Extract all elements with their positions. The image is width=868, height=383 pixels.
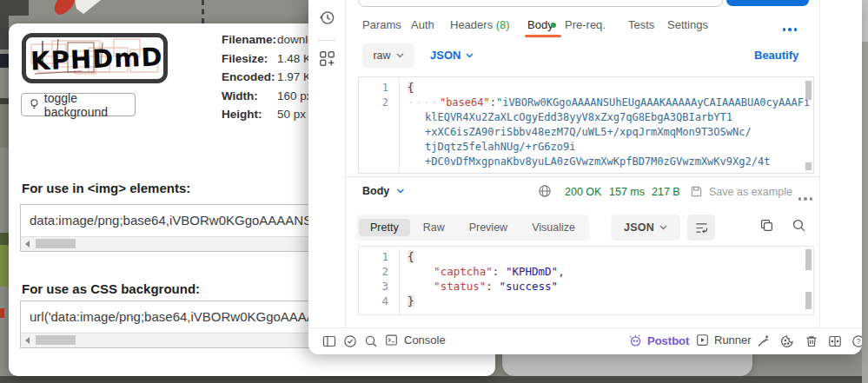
request-body-editor[interactable]: 1{ 2····"base64":"iVBORw0KGgoAAAANSUhEUg… <box>358 76 814 174</box>
toggle-background-button[interactable]: toggle background <box>21 93 136 116</box>
postman-left-rail <box>308 0 346 327</box>
tab-body[interactable]: Body <box>527 15 553 36</box>
tab-settings[interactable]: Settings <box>667 15 708 36</box>
gutter-divider <box>399 247 400 314</box>
scrollbar-thumb[interactable] <box>36 239 76 248</box>
trash-icon[interactable] <box>805 334 818 348</box>
postbot-button[interactable]: Postbot <box>628 333 689 347</box>
response-size[interactable]: 217 B <box>652 186 680 198</box>
page-scrollbar-thumb[interactable] <box>862 42 868 383</box>
screenshot-root: KPHDmD toggle background Filename:downlo… <box>0 0 868 383</box>
lightbulb-icon <box>30 98 39 111</box>
response-status[interactable]: 200 OK <box>565 186 601 198</box>
network-globe-icon[interactable] <box>538 184 552 198</box>
background-bottom-band <box>0 376 868 383</box>
chevron-down-icon <box>396 188 405 194</box>
copy-icon[interactable] <box>759 218 774 233</box>
tab-visualize[interactable]: Visualize <box>520 219 586 236</box>
cookies-icon[interactable] <box>780 334 794 348</box>
history-icon[interactable] <box>319 10 335 26</box>
response-view-tabs: Pretty Raw Preview Visualize <box>356 215 589 241</box>
language-dropdown[interactable]: JSON <box>430 49 474 62</box>
background-page-sliver <box>0 98 9 104</box>
request-response-divider <box>346 176 819 177</box>
tab-auth[interactable]: Auth <box>411 15 434 36</box>
tab-params[interactable]: Params <box>362 15 401 36</box>
background-page-sliver <box>0 233 9 245</box>
tab-raw[interactable]: Raw <box>412 219 456 236</box>
captcha-text: KPHDmD <box>30 42 162 76</box>
gutter-divider <box>399 77 400 173</box>
headers-count-badge: (8) <box>496 18 510 31</box>
background-photo-fragment <box>50 0 108 19</box>
chevron-down-icon <box>396 53 404 58</box>
tab-preview[interactable]: Preview <box>458 219 519 236</box>
console-button[interactable]: Console <box>385 333 446 347</box>
response-more-options-icon[interactable] <box>797 190 814 206</box>
chevron-down-icon <box>466 53 474 58</box>
capture-requests-icon[interactable] <box>756 334 770 348</box>
meta-label: Filesize: <box>222 53 277 66</box>
chevron-down-icon <box>659 225 667 230</box>
response-language-dropdown[interactable]: JSON <box>611 215 680 241</box>
help-icon[interactable]: ? <box>851 334 862 348</box>
tab-pre-request[interactable]: Pre-req. <box>565 15 606 36</box>
request-more-options-icon[interactable] <box>781 21 798 36</box>
background-page-sliver <box>0 245 9 287</box>
background-page-sliver <box>0 104 9 148</box>
runner-button[interactable]: Runner <box>696 333 752 347</box>
scroll-left-arrow-icon[interactable] <box>25 337 30 344</box>
captcha-image: KPHDmD <box>22 33 168 83</box>
send-button[interactable] <box>726 0 809 6</box>
tab-tests[interactable]: Tests <box>628 15 654 36</box>
background-page-sliver <box>0 308 4 318</box>
active-tab-underline <box>525 35 561 37</box>
response-view-dropdown[interactable]: Body <box>362 185 405 197</box>
sidebar-toggle-icon[interactable] <box>322 334 336 348</box>
meta-label: Height: <box>222 109 277 122</box>
tab-pretty[interactable]: Pretty <box>359 219 410 236</box>
editor-scrollbar-thumb[interactable] <box>805 292 812 309</box>
response-time[interactable]: 157 ms <box>609 186 645 198</box>
context-rail-divider <box>819 0 820 327</box>
search-response-icon[interactable] <box>792 218 806 233</box>
background-dashed-line <box>202 0 204 23</box>
svg-text:?: ? <box>857 337 861 346</box>
background-dark-strip <box>0 0 9 50</box>
background-page-sliver <box>0 54 9 68</box>
image-metadata: Filename:downlo Filesize:1.48 K Encoded:… <box>222 34 315 122</box>
toggle-background-label: toggle background <box>44 91 135 119</box>
css-usage-heading: For use as CSS background: <box>22 281 200 296</box>
postman-window: Params Auth Headers (8) Body Pre-req. Te… <box>308 0 862 354</box>
meta-label: Filename: <box>222 34 277 47</box>
response-body-editor[interactable]: 1{ 2 "captcha": "KPHDmD", 3 "status": "s… <box>358 246 814 315</box>
img-usage-heading: For use in <img> elements: <box>22 181 190 195</box>
search-footer-icon[interactable] <box>364 334 378 348</box>
split-pane-icon[interactable] <box>828 334 842 348</box>
postbot-icon <box>628 333 642 347</box>
tab-headers[interactable]: Headers (8) <box>450 15 510 36</box>
meta-label: Encoded: <box>222 71 277 84</box>
grid-add-icon[interactable] <box>319 50 335 67</box>
body-modified-dot <box>551 23 556 28</box>
save-icon <box>690 185 703 198</box>
url-input[interactable] <box>358 0 723 7</box>
rail-divider <box>317 40 336 41</box>
save-as-example-button[interactable]: Save as example <box>690 185 792 198</box>
check-circle-icon[interactable] <box>343 334 357 348</box>
console-icon <box>385 333 398 347</box>
runner-icon <box>696 333 709 347</box>
scroll-left-arrow-icon[interactable] <box>25 241 30 248</box>
wrap-text-icon <box>695 222 708 234</box>
meta-label: Width: <box>222 90 277 103</box>
scrollbar-thumb[interactable] <box>36 335 76 345</box>
editor-scrollbar-end[interactable] <box>805 162 812 170</box>
body-mode-dropdown[interactable]: raw <box>362 43 414 68</box>
editor-scrollbar-thumb[interactable] <box>805 81 812 100</box>
beautify-link[interactable]: Beautify <box>754 49 798 62</box>
editor-scrollbar-thumb[interactable] <box>805 249 812 270</box>
wrap-lines-button[interactable] <box>687 215 715 241</box>
